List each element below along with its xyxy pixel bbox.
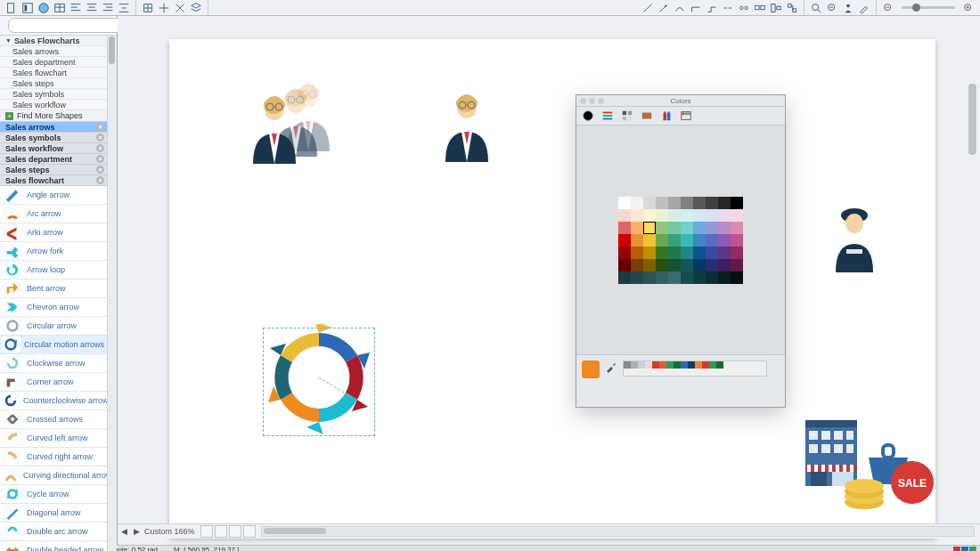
recent-swatch[interactable] bbox=[752, 369, 759, 376]
swatch[interactable] bbox=[693, 222, 706, 234]
swatch[interactable] bbox=[668, 222, 681, 234]
grid-toggle-icon[interactable] bbox=[141, 1, 155, 15]
swatch[interactable] bbox=[718, 259, 731, 271]
align-right-icon[interactable] bbox=[101, 1, 115, 15]
close-icon[interactable]: × bbox=[96, 176, 104, 184]
swatch[interactable] bbox=[643, 197, 656, 209]
shape-row[interactable]: Crossed arrows bbox=[0, 410, 107, 429]
recent-swatch[interactable] bbox=[731, 361, 738, 369]
swatch[interactable] bbox=[668, 271, 681, 284]
section-row[interactable]: Sales arrows× bbox=[0, 122, 107, 133]
shape-worker[interactable] bbox=[829, 203, 880, 274]
swatch[interactable] bbox=[693, 234, 706, 247]
swatch[interactable] bbox=[656, 222, 668, 234]
sidebar-search-input[interactable] bbox=[8, 18, 134, 33]
recent-swatch[interactable] bbox=[745, 369, 752, 376]
swatch[interactable] bbox=[718, 234, 731, 247]
recent-swatch[interactable] bbox=[631, 369, 638, 376]
swatch[interactable] bbox=[706, 197, 718, 209]
swatch[interactable] bbox=[656, 259, 668, 271]
recent-swatch[interactable] bbox=[716, 369, 723, 376]
recent-swatch[interactable] bbox=[659, 361, 666, 369]
viewmode-3[interactable] bbox=[229, 525, 241, 538]
tree-child[interactable]: Sales department bbox=[0, 57, 107, 68]
recent-swatch[interactable] bbox=[759, 369, 766, 376]
swatch[interactable] bbox=[693, 247, 706, 259]
tree-child[interactable]: Sales symbols bbox=[0, 89, 107, 100]
recent-swatch[interactable] bbox=[702, 369, 709, 376]
shape-row[interactable]: Clockwise arrow bbox=[0, 354, 107, 373]
shape-store-sale[interactable]: SALE bbox=[802, 413, 935, 520]
recent-swatch[interactable] bbox=[695, 369, 702, 376]
swatch[interactable] bbox=[668, 209, 681, 222]
page-next-icon[interactable]: ▶ bbox=[130, 525, 143, 538]
recent-swatch[interactable] bbox=[624, 369, 631, 376]
swatch[interactable] bbox=[631, 234, 643, 247]
swatch[interactable] bbox=[681, 259, 693, 271]
swatch[interactable] bbox=[681, 197, 693, 209]
multi-select-icon[interactable] bbox=[753, 1, 767, 15]
swatch[interactable] bbox=[693, 197, 706, 209]
image-palette-icon[interactable] bbox=[678, 109, 694, 123]
colors-panel[interactable]: Colors bbox=[576, 94, 786, 408]
swatch[interactable] bbox=[643, 222, 656, 234]
recent-swatch[interactable] bbox=[645, 361, 652, 369]
shape-row[interactable]: Curved right arrow bbox=[0, 448, 107, 466]
section-row[interactable]: Sales steps× bbox=[0, 165, 107, 175]
shape-row[interactable]: Arki arrow bbox=[0, 223, 107, 242]
swatch[interactable] bbox=[706, 222, 718, 234]
swatch[interactable] bbox=[681, 222, 693, 234]
swatch[interactable] bbox=[681, 247, 693, 259]
shape-row[interactable]: Arrow fork bbox=[0, 242, 107, 261]
eyedropper-icon[interactable] bbox=[605, 361, 617, 373]
arrow-tool-icon[interactable] bbox=[657, 1, 671, 15]
swatch[interactable] bbox=[706, 247, 718, 259]
route-icon[interactable] bbox=[705, 1, 719, 15]
zoom-in-small-icon[interactable] bbox=[961, 1, 976, 15]
swatch[interactable] bbox=[643, 209, 656, 222]
swatch[interactable] bbox=[681, 234, 693, 247]
status-color-blue[interactable] bbox=[961, 547, 968, 551]
close-icon[interactable]: × bbox=[96, 123, 104, 131]
swatch[interactable] bbox=[618, 234, 631, 247]
recent-swatch[interactable] bbox=[759, 361, 766, 369]
layers-icon[interactable] bbox=[189, 1, 203, 15]
recent-swatch[interactable] bbox=[695, 361, 702, 369]
swatch[interactable] bbox=[631, 222, 643, 234]
zoom-label[interactable]: Custom 166% bbox=[144, 527, 195, 536]
swatch[interactable] bbox=[706, 271, 718, 284]
color-wheel-icon[interactable] bbox=[580, 109, 596, 123]
sidebar-scrollbar[interactable] bbox=[107, 36, 117, 551]
swatch[interactable] bbox=[618, 271, 631, 284]
shape-row[interactable]: Double arc arrow bbox=[0, 523, 107, 541]
align-group-icon[interactable] bbox=[769, 1, 783, 15]
swatch[interactable] bbox=[631, 271, 643, 284]
swatch[interactable] bbox=[618, 222, 631, 234]
recent-swatch[interactable] bbox=[702, 361, 709, 369]
swatch[interactable] bbox=[618, 247, 631, 259]
swatch[interactable] bbox=[643, 247, 656, 259]
shape-row[interactable]: Cycle arrow bbox=[0, 485, 107, 504]
zoom-out-small-icon[interactable] bbox=[881, 1, 895, 15]
swatch[interactable] bbox=[693, 259, 706, 271]
swatch[interactable] bbox=[681, 209, 693, 222]
status-color-red[interactable] bbox=[953, 547, 960, 551]
shape-businessman-main[interactable] bbox=[248, 94, 301, 166]
shape-row[interactable]: Bent arrow bbox=[0, 280, 107, 298]
paint-icon[interactable] bbox=[857, 1, 871, 15]
recent-swatch[interactable] bbox=[631, 361, 638, 369]
swatch[interactable] bbox=[656, 247, 668, 259]
swatch[interactable] bbox=[706, 234, 718, 247]
section-row[interactable]: Sales department× bbox=[0, 154, 107, 165]
recent-swatch[interactable] bbox=[659, 369, 666, 376]
recent-swatch[interactable] bbox=[666, 369, 674, 376]
recent-swatch[interactable] bbox=[716, 361, 723, 369]
shape-row[interactable]: Counterclockwise arrow bbox=[0, 392, 107, 410]
colors-panel-titlebar[interactable]: Colors bbox=[576, 95, 785, 107]
swatch[interactable] bbox=[656, 271, 668, 284]
recent-swatch[interactable] bbox=[674, 361, 681, 369]
shape-row[interactable]: Angle arrow bbox=[0, 186, 107, 205]
recent-swatch[interactable] bbox=[652, 361, 659, 369]
recent-swatch[interactable] bbox=[638, 361, 645, 369]
swatch-grid[interactable] bbox=[618, 197, 743, 284]
